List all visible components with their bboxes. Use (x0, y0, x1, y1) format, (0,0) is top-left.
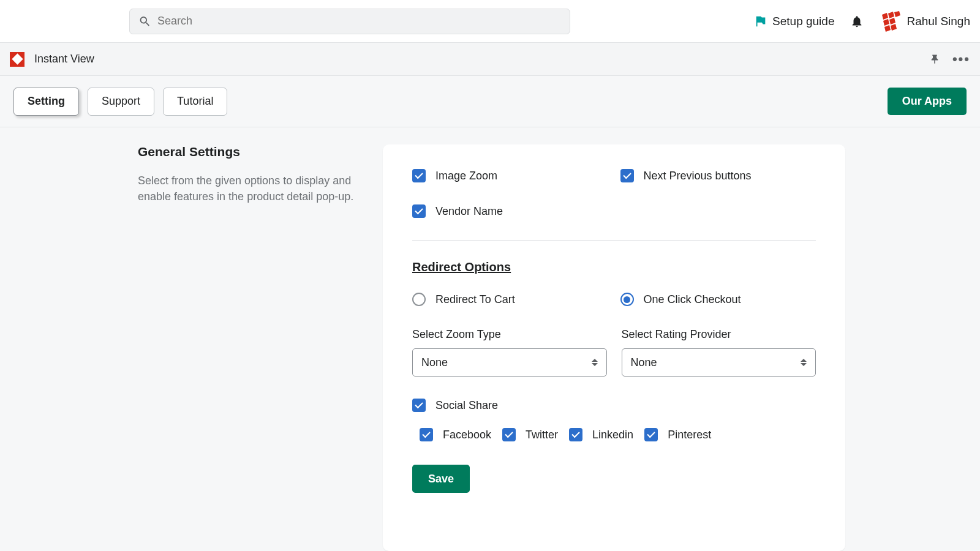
radio-redirect-to-cart[interactable]: Redirect To Cart (412, 293, 608, 306)
checkbox-label: Vendor Name (435, 205, 503, 218)
save-button[interactable]: Save (412, 465, 470, 493)
tab-setting[interactable]: Setting (13, 88, 79, 116)
app-title: Instant View (34, 53, 94, 66)
chevron-sort-icon (592, 359, 598, 366)
our-apps-button[interactable]: Our Apps (888, 88, 967, 115)
tab-support[interactable]: Support (88, 88, 154, 116)
pin-icon[interactable] (929, 54, 940, 65)
checkbox-twitter[interactable]: Twitter (502, 428, 558, 441)
svg-marker-6 (891, 24, 897, 31)
checkbox-social-share[interactable]: Social Share (412, 399, 816, 412)
svg-marker-3 (883, 19, 889, 26)
checkbox-label: Social Share (435, 399, 498, 412)
checkbox-image-zoom[interactable]: Image Zoom (412, 169, 608, 182)
checkbox-label: Image Zoom (435, 170, 497, 182)
tab-bar: Setting Support Tutorial Our Apps (0, 76, 980, 127)
svg-marker-2 (894, 11, 900, 17)
svg-marker-5 (884, 25, 891, 32)
flag-icon (754, 15, 767, 28)
svg-marker-0 (882, 13, 888, 20)
svg-marker-4 (889, 18, 895, 24)
section-redirect-title: Redirect Options (412, 260, 816, 274)
settings-panel: Image Zoom Next Previous buttons Vendor … (383, 144, 845, 551)
checkbox-label: Facebook (443, 429, 491, 441)
app-bar: Instant View ••• (0, 43, 980, 76)
content: General Settings Select from the given o… (0, 127, 980, 551)
select-value: None (421, 356, 448, 369)
page-subtitle: Select from the given options to display… (138, 173, 358, 204)
rating-provider-label: Select Rating Provider (622, 328, 816, 341)
zoom-type-select[interactable]: None (412, 348, 607, 377)
search-input-wrap[interactable] (129, 9, 570, 34)
divider (412, 240, 816, 241)
tab-tutorial[interactable]: Tutorial (163, 88, 227, 116)
user-menu[interactable]: Rahul Singh (880, 11, 970, 32)
page-title: General Settings (138, 144, 358, 159)
checkbox-label: Next Previous buttons (644, 170, 752, 182)
search-input[interactable] (157, 15, 561, 28)
side-description: General Settings Select from the given o… (138, 144, 383, 551)
more-icon[interactable]: ••• (952, 51, 970, 67)
select-value: None (631, 356, 657, 369)
checkbox-vendor-name[interactable]: Vendor Name (412, 204, 816, 218)
radio-label: Redirect To Cart (435, 293, 515, 306)
search-icon (138, 15, 151, 28)
checkbox-facebook[interactable]: Facebook (420, 428, 491, 441)
rating-provider-select[interactable]: None (622, 348, 816, 377)
zoom-type-label: Select Zoom Type (412, 328, 607, 341)
app-logo (10, 52, 24, 67)
radio-one-click-checkout[interactable]: One Click Checkout (620, 293, 816, 306)
radio-label: One Click Checkout (644, 293, 741, 306)
setup-guide-link[interactable]: Setup guide (754, 15, 834, 28)
avatar (880, 11, 900, 32)
checkbox-label: Twitter (526, 429, 558, 441)
checkbox-linkedin[interactable]: Linkedin (569, 428, 633, 441)
checkbox-label: Pinterest (668, 429, 711, 441)
svg-marker-1 (888, 12, 894, 18)
user-name: Rahul Singh (907, 15, 970, 28)
top-bar: Setup guide Rahul Singh (0, 0, 980, 43)
chevron-sort-icon (801, 359, 807, 366)
checkbox-next-prev[interactable]: Next Previous buttons (620, 169, 816, 182)
checkbox-label: Linkedin (592, 429, 633, 441)
checkbox-pinterest[interactable]: Pinterest (644, 428, 711, 441)
setup-guide-label: Setup guide (772, 15, 834, 28)
bell-icon[interactable] (850, 14, 864, 29)
